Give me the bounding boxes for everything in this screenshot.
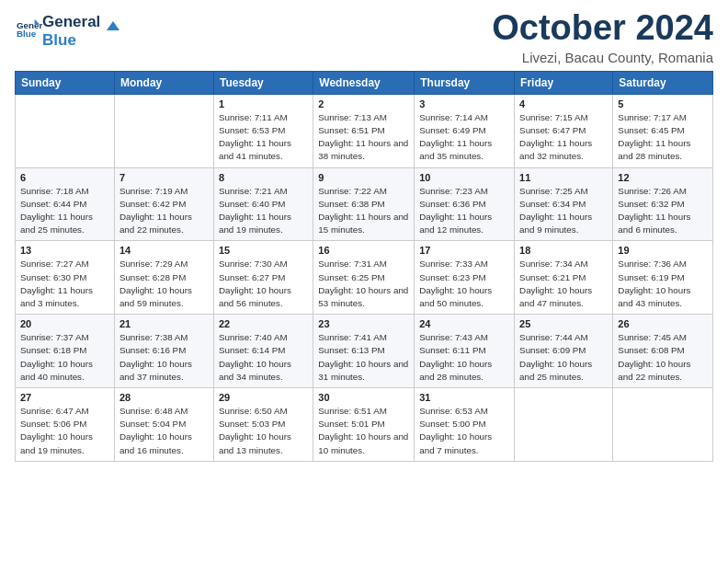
day-detail: Sunrise: 7:17 AM Sunset: 6:45 PM Dayligh… — [618, 111, 708, 164]
calendar-cell: 20Sunrise: 7:37 AM Sunset: 6:18 PM Dayli… — [16, 315, 115, 388]
day-number: 24 — [419, 318, 509, 329]
calendar-cell — [114, 94, 213, 167]
day-detail: Sunrise: 7:26 AM Sunset: 6:32 PM Dayligh… — [618, 185, 708, 237]
page: General Blue General Blue October 2024 L… — [0, 0, 728, 471]
calendar-table: SundayMondayTuesdayWednesdayThursdayFrid… — [15, 71, 713, 462]
day-number: 27 — [20, 392, 109, 403]
calendar-cell: 15Sunrise: 7:30 AM Sunset: 6:27 PM Dayli… — [213, 241, 313, 315]
day-detail: Sunrise: 7:18 AM Sunset: 6:44 PM Dayligh… — [20, 185, 109, 237]
day-number: 31 — [419, 392, 509, 403]
day-detail: Sunrise: 6:53 AM Sunset: 5:00 PM Dayligh… — [419, 405, 509, 457]
calendar-cell: 26Sunrise: 7:45 AM Sunset: 6:08 PM Dayli… — [613, 315, 713, 388]
calendar-cell: 6Sunrise: 7:18 AM Sunset: 6:44 PM Daylig… — [16, 167, 115, 241]
calendar-day-header: Wednesday — [313, 71, 415, 94]
calendar-cell: 3Sunrise: 7:14 AM Sunset: 6:49 PM Daylig… — [415, 94, 515, 167]
calendar-cell: 31Sunrise: 6:53 AM Sunset: 5:00 PM Dayli… — [415, 388, 515, 462]
day-number: 28 — [119, 392, 209, 403]
logo-icon: General Blue — [17, 17, 42, 42]
calendar-week-row: 6Sunrise: 7:18 AM Sunset: 6:44 PM Daylig… — [16, 167, 713, 241]
day-detail: Sunrise: 7:14 AM Sunset: 6:49 PM Dayligh… — [419, 111, 509, 164]
calendar-cell: 29Sunrise: 6:50 AM Sunset: 5:03 PM Dayli… — [213, 388, 313, 462]
day-number: 1 — [219, 98, 308, 109]
day-number: 9 — [318, 172, 409, 183]
day-detail: Sunrise: 7:34 AM Sunset: 6:21 PM Dayligh… — [519, 258, 608, 310]
day-detail: Sunrise: 7:43 AM Sunset: 6:11 PM Dayligh… — [419, 331, 509, 384]
calendar-cell: 16Sunrise: 7:31 AM Sunset: 6:25 PM Dayli… — [313, 241, 415, 315]
calendar-cell: 19Sunrise: 7:36 AM Sunset: 6:19 PM Dayli… — [613, 241, 713, 315]
calendar-day-header: Sunday — [16, 71, 115, 94]
calendar-week-row: 1Sunrise: 7:11 AM Sunset: 6:53 PM Daylig… — [16, 94, 713, 167]
calendar-cell: 21Sunrise: 7:38 AM Sunset: 6:16 PM Dayli… — [114, 315, 213, 388]
day-detail: Sunrise: 7:31 AM Sunset: 6:25 PM Dayligh… — [318, 258, 409, 310]
day-detail: Sunrise: 6:47 AM Sunset: 5:06 PM Dayligh… — [20, 405, 109, 457]
day-detail: Sunrise: 7:33 AM Sunset: 6:23 PM Dayligh… — [419, 258, 509, 310]
title-block: October 2024 Livezi, Bacau County, Roman… — [492, 9, 713, 65]
day-number: 15 — [219, 245, 308, 256]
day-detail: Sunrise: 7:29 AM Sunset: 6:28 PM Dayligh… — [119, 258, 209, 310]
day-number: 26 — [618, 318, 708, 329]
day-detail: Sunrise: 7:45 AM Sunset: 6:08 PM Dayligh… — [618, 331, 708, 384]
day-detail: Sunrise: 7:37 AM Sunset: 6:18 PM Dayligh… — [20, 331, 109, 384]
calendar-cell: 9Sunrise: 7:22 AM Sunset: 6:38 PM Daylig… — [313, 167, 415, 241]
calendar-cell: 5Sunrise: 7:17 AM Sunset: 6:45 PM Daylig… — [613, 94, 713, 167]
day-detail: Sunrise: 7:38 AM Sunset: 6:16 PM Dayligh… — [119, 331, 209, 384]
calendar-cell: 23Sunrise: 7:41 AM Sunset: 6:13 PM Dayli… — [313, 315, 415, 388]
day-number: 22 — [219, 318, 308, 329]
calendar-cell: 4Sunrise: 7:15 AM Sunset: 6:47 PM Daylig… — [515, 94, 613, 167]
day-number: 19 — [618, 245, 708, 256]
day-number: 29 — [219, 392, 308, 403]
day-number: 11 — [519, 172, 608, 183]
calendar-week-row: 13Sunrise: 7:27 AM Sunset: 6:30 PM Dayli… — [16, 241, 713, 315]
day-number: 25 — [519, 318, 608, 329]
logo-blue: Blue — [42, 31, 100, 50]
day-number: 23 — [318, 318, 409, 329]
calendar-day-header: Monday — [114, 71, 213, 94]
calendar-cell: 25Sunrise: 7:44 AM Sunset: 6:09 PM Dayli… — [515, 315, 613, 388]
day-number: 18 — [519, 245, 608, 256]
day-number: 2 — [318, 98, 409, 109]
calendar-cell: 13Sunrise: 7:27 AM Sunset: 6:30 PM Dayli… — [16, 241, 115, 315]
calendar-cell: 17Sunrise: 7:33 AM Sunset: 6:23 PM Dayli… — [415, 241, 515, 315]
day-detail: Sunrise: 7:44 AM Sunset: 6:09 PM Dayligh… — [519, 331, 608, 384]
logo-general: General — [42, 13, 100, 31]
day-number: 20 — [20, 318, 109, 329]
day-detail: Sunrise: 7:23 AM Sunset: 6:36 PM Dayligh… — [419, 185, 509, 237]
day-detail: Sunrise: 7:15 AM Sunset: 6:47 PM Dayligh… — [519, 111, 608, 164]
day-number: 4 — [519, 98, 608, 109]
calendar-day-header: Tuesday — [213, 71, 313, 94]
logo-arrow-icon — [103, 17, 123, 38]
calendar-cell: 22Sunrise: 7:40 AM Sunset: 6:14 PM Dayli… — [213, 315, 313, 388]
calendar-week-row: 27Sunrise: 6:47 AM Sunset: 5:06 PM Dayli… — [16, 388, 713, 462]
calendar-cell: 18Sunrise: 7:34 AM Sunset: 6:21 PM Dayli… — [515, 241, 613, 315]
logo: General Blue General Blue — [15, 13, 123, 49]
svg-marker-3 — [107, 21, 119, 30]
day-detail: Sunrise: 7:41 AM Sunset: 6:13 PM Dayligh… — [318, 331, 409, 384]
day-detail: Sunrise: 7:27 AM Sunset: 6:30 PM Dayligh… — [20, 258, 109, 310]
day-number: 6 — [20, 172, 109, 183]
calendar-cell: 7Sunrise: 7:19 AM Sunset: 6:42 PM Daylig… — [114, 167, 213, 241]
day-detail: Sunrise: 7:40 AM Sunset: 6:14 PM Dayligh… — [219, 331, 308, 384]
calendar-cell: 30Sunrise: 6:51 AM Sunset: 5:01 PM Dayli… — [313, 388, 415, 462]
calendar-cell: 8Sunrise: 7:21 AM Sunset: 6:40 PM Daylig… — [213, 167, 313, 241]
day-detail: Sunrise: 7:30 AM Sunset: 6:27 PM Dayligh… — [219, 258, 308, 310]
day-number: 8 — [219, 172, 308, 183]
day-detail: Sunrise: 7:22 AM Sunset: 6:38 PM Dayligh… — [318, 185, 409, 237]
calendar-cell: 12Sunrise: 7:26 AM Sunset: 6:32 PM Dayli… — [613, 167, 713, 241]
day-detail: Sunrise: 6:48 AM Sunset: 5:04 PM Dayligh… — [119, 405, 209, 457]
calendar-day-header: Saturday — [613, 71, 713, 94]
location: Livezi, Bacau County, Romania — [492, 50, 713, 65]
day-number: 10 — [419, 172, 509, 183]
calendar-cell — [16, 94, 115, 167]
calendar-cell: 27Sunrise: 6:47 AM Sunset: 5:06 PM Dayli… — [16, 388, 115, 462]
calendar-cell: 10Sunrise: 7:23 AM Sunset: 6:36 PM Dayli… — [415, 167, 515, 241]
svg-text:Blue: Blue — [17, 29, 37, 39]
calendar-cell: 28Sunrise: 6:48 AM Sunset: 5:04 PM Dayli… — [114, 388, 213, 462]
month-title: October 2024 — [492, 9, 713, 48]
day-detail: Sunrise: 7:13 AM Sunset: 6:51 PM Dayligh… — [318, 111, 409, 164]
day-detail: Sunrise: 7:21 AM Sunset: 6:40 PM Dayligh… — [219, 185, 308, 237]
day-detail: Sunrise: 7:25 AM Sunset: 6:34 PM Dayligh… — [519, 185, 608, 237]
header: General Blue General Blue October 2024 L… — [15, 9, 713, 65]
calendar-cell: 14Sunrise: 7:29 AM Sunset: 6:28 PM Dayli… — [114, 241, 213, 315]
calendar-cell — [613, 388, 713, 462]
calendar-cell: 11Sunrise: 7:25 AM Sunset: 6:34 PM Dayli… — [515, 167, 613, 241]
